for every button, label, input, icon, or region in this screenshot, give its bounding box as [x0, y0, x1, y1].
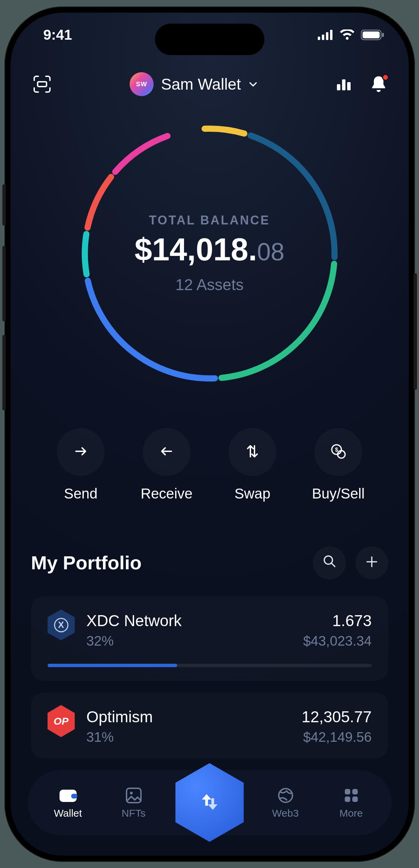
- arrow-left-icon: [158, 443, 175, 461]
- buy-sell-button[interactable]: $ Buy/Sell: [299, 428, 378, 502]
- svg-rect-10: [347, 82, 351, 90]
- volume-down-button: [2, 335, 6, 410]
- svg-rect-30: [352, 796, 358, 802]
- balance-cents: 08: [257, 238, 285, 265]
- action-label: Send: [64, 485, 97, 502]
- globe-icon: [276, 786, 295, 805]
- notifications-button[interactable]: [369, 75, 388, 94]
- receive-button[interactable]: Receive: [127, 428, 206, 502]
- swap-arrows-icon: [197, 789, 222, 816]
- wallet-icon: [59, 786, 77, 805]
- svg-rect-1: [322, 35, 324, 40]
- svg-text:$: $: [335, 447, 338, 453]
- battery-icon: [361, 29, 385, 40]
- svg-rect-3: [330, 30, 332, 40]
- buy-sell-icon: $: [329, 442, 348, 462]
- action-label: Swap: [234, 485, 270, 502]
- asset-value: $42,149.56: [302, 729, 372, 745]
- swap-button[interactable]: Swap: [213, 428, 292, 502]
- balance-main: $14,018.: [134, 232, 257, 267]
- asset-value: $43,023.34: [303, 633, 371, 649]
- balance-label: TOTAL BALANCE: [149, 213, 270, 228]
- optimism-icon: OP: [48, 708, 75, 735]
- action-label: Buy/Sell: [312, 485, 365, 502]
- asset-name: XDC Network: [87, 611, 292, 630]
- asset-progress: [48, 664, 372, 667]
- plus-icon: [365, 553, 379, 573]
- image-icon: [125, 786, 143, 805]
- add-button[interactable]: [355, 546, 388, 579]
- asset-pct: 31%: [87, 729, 290, 745]
- screen-bezel: 9:41: [11, 13, 409, 856]
- tab-bar: Wallet NFTs Web3 More: [28, 770, 392, 835]
- asset-amount: 12,305.77: [302, 708, 372, 726]
- volume-up-button: [2, 246, 6, 321]
- balance-amount: $14,018.08: [134, 234, 284, 265]
- action-label: Receive: [141, 485, 193, 502]
- svg-point-25: [130, 792, 133, 794]
- tab-label: Web3: [272, 807, 299, 819]
- asset-pct: 32%: [87, 633, 292, 649]
- assets-count: 12 Assets: [175, 275, 244, 294]
- side-button: [2, 184, 6, 225]
- search-icon: [322, 553, 337, 573]
- xdc-icon: X: [48, 611, 75, 639]
- swap-icon: [244, 443, 261, 461]
- tab-nfts[interactable]: NFTs: [110, 786, 158, 819]
- svg-rect-9: [342, 79, 345, 90]
- balance-donut: TOTAL BALANCE $14,018.08 12 Assets: [76, 120, 343, 387]
- svg-rect-2: [326, 32, 328, 40]
- svg-rect-27: [345, 789, 350, 794]
- svg-rect-5: [363, 31, 380, 38]
- portfolio-title: My Portfolio: [31, 552, 142, 574]
- svg-rect-8: [337, 84, 340, 90]
- tab-label: NFTs: [122, 807, 146, 819]
- asset-name: Optimism: [87, 708, 290, 726]
- action-row: Send Receive Swap $ Buy/Sell: [11, 387, 409, 502]
- arrow-right-icon: [73, 443, 89, 461]
- svg-point-26: [279, 789, 292, 802]
- dynamic-island: [155, 24, 264, 55]
- tab-web3[interactable]: Web3: [262, 786, 310, 819]
- asset-amount: 1.673: [303, 611, 371, 630]
- notification-dot: [382, 74, 389, 81]
- wifi-icon: [340, 29, 355, 40]
- tab-label: Wallet: [54, 807, 82, 819]
- svg-rect-29: [345, 796, 350, 802]
- phone-frame: 9:41: [4, 7, 415, 862]
- grid-icon: [342, 786, 361, 805]
- wallet-selector[interactable]: SW Sam Wallet: [130, 72, 258, 96]
- wallet-name: Sam Wallet: [161, 75, 241, 93]
- scan-button[interactable]: [31, 73, 53, 95]
- search-button[interactable]: [313, 546, 346, 579]
- svg-rect-23: [71, 794, 77, 799]
- status-time: 9:41: [43, 27, 72, 43]
- cellular-signal-icon: [318, 30, 333, 40]
- tab-wallet[interactable]: Wallet: [44, 786, 92, 819]
- svg-rect-0: [318, 37, 320, 40]
- svg-rect-6: [382, 33, 384, 37]
- wallet-avatar: SW: [130, 72, 154, 96]
- chevron-down-icon: [248, 79, 258, 89]
- asset-card-xdc[interactable]: X XDC Network 32% 1.673 $43,023.34: [31, 596, 388, 681]
- svg-rect-28: [352, 789, 358, 794]
- tab-label: More: [339, 807, 363, 819]
- send-button[interactable]: Send: [41, 428, 120, 502]
- asset-card-optimism[interactable]: OP Optimism 31% 12,305.77 $42,149.56: [31, 692, 388, 759]
- tab-more[interactable]: More: [327, 786, 375, 819]
- svg-rect-24: [127, 788, 141, 803]
- power-button: [414, 273, 417, 390]
- svg-rect-7: [38, 82, 47, 87]
- stats-button[interactable]: [335, 75, 353, 94]
